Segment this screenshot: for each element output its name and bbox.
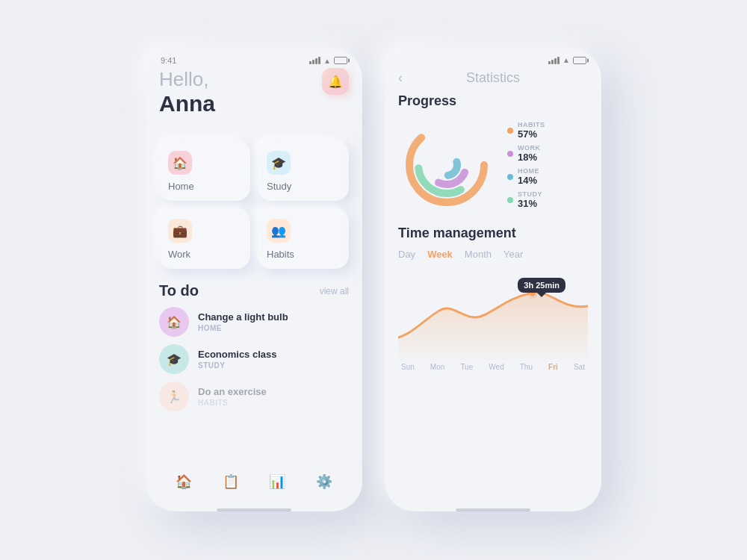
todo-item-0[interactable]: 🏠 Change a light bulb HOME [159,307,349,337]
phone-content-left: Hello, Anna 🔔 🏠 Home 🎓 Study [146,68,362,461]
legend-text-habits: HABITS 57% [518,121,545,140]
time-left: 9:41 [161,56,176,65]
legend-name-study: STUDY [518,190,542,198]
todo-info-0: Change a light bulb HOME [198,311,288,332]
category-card-study[interactable]: 🎓 Study [258,140,349,201]
legend-dot-work [507,151,513,157]
chart-tooltip: 3h 25min [518,278,565,293]
legend-text-work: WORK 18% [518,144,541,163]
status-icons-left: ▲ [309,57,347,65]
work-cat-icon: 💼 [168,219,192,243]
progress-content: HABITS 57% WORK 18% [398,116,588,214]
todo-cat-2: HABITS [198,399,267,407]
signal-1 [309,61,311,64]
nav-list[interactable]: 📋 [217,468,244,495]
hello-text: Hello, [159,68,215,91]
home-cat-icon: 🏠 [168,151,192,175]
category-card-work[interactable]: 💼 Work [159,208,250,269]
study-cat-label: Study [267,181,291,192]
legend-name-habits: HABITS [518,121,545,128]
todo-info-1: Economics class STUDY [198,349,277,370]
todo-list: 🏠 Change a light bulb HOME 🎓 Economics c… [159,307,349,419]
x-fri: Fri [548,363,558,371]
tab-day[interactable]: Day [398,249,415,260]
nav-settings[interactable]: ⚙️ [311,468,338,495]
left-phone: 9:41 ▲ Hello, Anna 🔔 [146,49,362,511]
todo-title: To do [159,282,199,299]
bell-button[interactable]: 🔔 [322,68,349,95]
category-grid: 🏠 Home 🎓 Study 💼 Work 👥 Habits [159,140,349,269]
battery-icon-right [573,57,586,64]
todo-item-1[interactable]: 🎓 Economics class STUDY [159,344,349,374]
signal-r4 [557,57,560,64]
legend-text-home: HOME 14% [518,167,539,186]
time-tabs: Day Week Month Year [398,249,588,260]
nav-chart[interactable]: 📊 [264,468,291,495]
nav-home[interactable]: 🏠 [170,468,197,495]
stats-title: Statistics [466,70,520,86]
todo-info-2: Do an exercise HABITS [198,386,267,407]
legend-name-work: WORK [518,144,541,152]
time-section: Time management Day Week Month Year [398,225,588,498]
home-cat-label: Home [168,181,194,192]
signal-3 [315,58,317,64]
screens-container: 9:41 ▲ Hello, Anna 🔔 [0,0,747,560]
legend-study: STUDY 31% [507,190,545,209]
x-sat: Sat [574,363,585,371]
time-label: Time management [398,225,588,241]
progress-label: Progress [398,93,588,109]
legend-habits: HABITS 57% [507,121,545,140]
legend-pct-habits: 57% [518,128,545,140]
todo-section-header: To do view all [159,282,349,299]
legend-work: WORK 18% [507,144,545,163]
todo-avatar-0: 🏠 [159,307,189,337]
tab-month[interactable]: Month [465,249,492,260]
wifi-icon-right: ▲ [562,56,570,64]
habits-cat-icon: 👥 [267,219,291,243]
phone-content-right: ‹ Statistics Progress [385,67,601,505]
signal-4 [318,57,320,64]
legend: HABITS 57% WORK 18% [507,121,545,209]
back-button[interactable]: ‹ [398,70,403,86]
svg-point-3 [436,155,457,175]
x-sun: Sun [401,363,415,371]
legend-home: HOME 14% [507,167,545,186]
legend-pct-study: 31% [518,198,542,209]
todo-title-1: Economics class [198,349,277,360]
tab-year[interactable]: Year [503,249,523,260]
status-bar-right: ▲ [385,49,601,67]
signal-2 [312,60,314,64]
home-indicator-left [217,508,291,511]
progress-section: Progress [398,93,588,214]
signal-r3 [554,58,557,64]
todo-avatar-2: 🏃 [159,382,189,411]
tab-week[interactable]: Week [427,249,453,260]
work-cat-label: Work [168,249,190,260]
view-all-link[interactable]: view all [320,286,349,296]
header-row: Hello, Anna 🔔 [159,68,349,128]
legend-dot-study [507,197,513,203]
status-bar-left: 9:41 ▲ [146,49,362,68]
todo-title-0: Change a light bulb [198,311,288,323]
status-icons-right: ▲ [548,56,586,64]
legend-pct-work: 18% [518,152,541,163]
donut-svg [398,116,495,214]
category-card-habits[interactable]: 👥 Habits [258,208,349,269]
x-mon: Mon [430,363,444,371]
legend-dot-home [507,174,513,180]
donut-chart [398,116,495,214]
category-card-home[interactable]: 🏠 Home [159,140,250,201]
signal-r1 [548,61,551,64]
wifi-icon: ▲ [323,57,331,65]
signal-r2 [551,60,554,64]
study-cat-icon: 🎓 [267,151,291,175]
greeting: Hello, Anna [159,68,215,116]
todo-cat-0: HOME [198,324,288,332]
legend-name-home: HOME [518,167,539,175]
legend-pct-home: 14% [518,175,539,186]
todo-item-2[interactable]: 🏃 Do an exercise HABITS [159,382,349,411]
todo-title-2: Do an exercise [198,386,267,397]
bottom-nav: 🏠 📋 📊 ⚙️ [146,461,362,505]
habits-cat-label: Habits [267,249,294,260]
x-wed: Wed [489,363,503,371]
